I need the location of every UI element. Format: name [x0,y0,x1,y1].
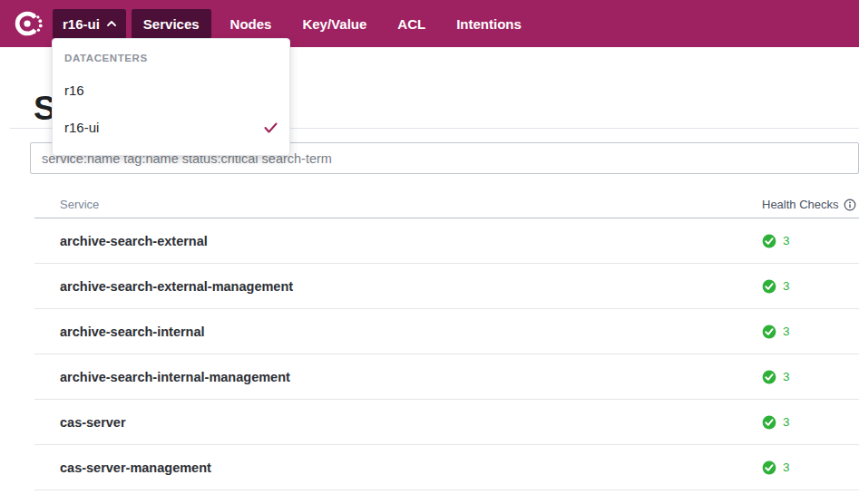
table-row[interactable]: archive-search-internal-management 3 [34,354,859,400]
consul-logo-icon[interactable] [9,5,47,43]
table-row[interactable]: archive-search-external-management 3 [34,264,859,309]
table-header-row: Service Health Checks [34,191,859,218]
datacenter-option-r16-ui[interactable]: r16-ui [53,109,289,146]
passing-count: 3 [783,415,790,429]
table-row[interactable]: archive-search-external 3 [34,218,859,264]
passing-count: 3 [783,370,790,383]
health-checks-label: Health Checks [762,198,839,211]
services-table: Service Health Checks archive-search-ext… [34,191,859,490]
column-header-health-checks: Health Checks [762,198,850,211]
passing-count: 3 [783,279,790,293]
datacenter-dropdown-menu: DATACENTERS r16 r16-ui [52,38,290,156]
passing-count: 3 [783,460,790,474]
column-header-service: Service [60,198,762,211]
datacenter-selector[interactable]: r16-ui [53,9,126,39]
service-name: archive-search-external [60,234,762,248]
passing-check-icon [762,325,776,339]
nav-item-nodes[interactable]: Nodes [219,9,284,39]
table-row[interactable]: archive-search-internal 3 [34,309,859,354]
datacenter-option-r16[interactable]: r16 [53,72,289,109]
nav-item-acl[interactable]: ACL [386,9,437,39]
passing-check-icon [762,370,776,384]
passing-check-icon [762,279,776,294]
info-icon[interactable] [844,199,856,211]
health-checks-cell: 3 [762,325,850,339]
service-name: archive-search-external-management [60,279,762,294]
datacenter-option-label: r16-ui [64,120,99,135]
health-checks-cell: 3 [762,234,850,248]
passing-count: 3 [783,325,790,338]
health-checks-cell: 3 [762,415,850,430]
passing-check-icon [762,415,776,430]
table-row[interactable]: cas-server-management 3 [34,445,859,490]
health-checks-cell: 3 [762,370,850,384]
passing-check-icon [762,460,776,475]
nav-item-services[interactable]: Services [132,9,211,39]
datacenter-selector-label: r16-ui [63,16,100,32]
table-row[interactable]: cas-server 3 [34,400,859,445]
service-name: archive-search-internal-management [60,370,762,384]
datacenters-heading: DATACENTERS [53,46,289,72]
health-checks-cell: 3 [762,460,850,475]
passing-count: 3 [783,234,790,247]
nav-item-key-value[interactable]: Key/Value [290,9,378,39]
selected-check-icon [264,122,278,133]
service-name: cas-server [60,415,762,430]
chevron-up-icon [107,21,116,26]
health-checks-cell: 3 [762,279,850,294]
service-name: archive-search-internal [60,325,762,339]
datacenter-option-label: r16 [64,82,84,98]
nav-item-intentions[interactable]: Intentions [444,9,533,39]
passing-check-icon [762,234,776,248]
service-name: cas-server-management [60,460,762,475]
